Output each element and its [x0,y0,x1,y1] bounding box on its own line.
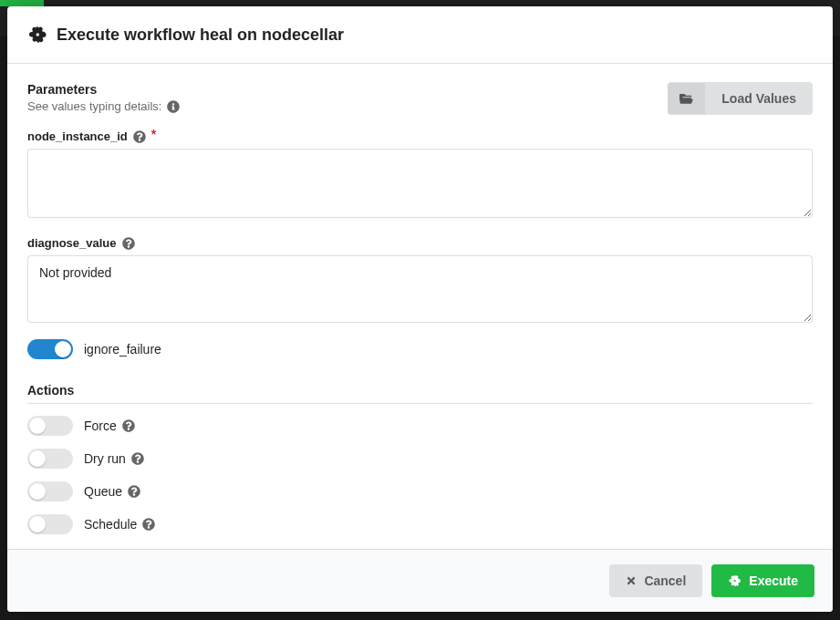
help-icon[interactable] [128,485,140,498]
modal-body: Parameters See values typing details: Lo… [7,64,833,549]
required-indicator: * [151,128,156,140]
node-instance-id-label: node_instance_id [27,129,128,143]
cancel-button[interactable]: Cancel [609,564,702,597]
dry-run-toggle[interactable] [27,449,73,469]
cogs-icon [728,574,741,587]
actions-heading: Actions [27,383,813,398]
help-icon[interactable] [122,419,135,432]
modal-footer: Cancel Execute [7,549,833,612]
cogs-icon [27,25,47,45]
queue-toggle[interactable] [27,481,73,501]
ignore-failure-toggle[interactable] [27,339,73,359]
execute-button[interactable]: Execute [711,564,814,597]
diagnose-value-input[interactable] [27,255,813,323]
force-label: Force [84,418,117,433]
folder-open-icon [668,83,705,114]
help-icon[interactable] [142,518,155,531]
force-toggle[interactable] [27,416,73,436]
ignore-failure-row: ignore_failure [27,339,813,359]
load-values-button[interactable]: Load Values [668,82,813,115]
divider [27,403,813,404]
help-icon[interactable] [133,130,146,143]
action-queue-row: Queue [27,475,813,508]
help-icon[interactable] [167,100,180,113]
modal-header: Execute workflow heal on nodecellar [7,6,833,64]
help-icon[interactable] [122,237,135,250]
node-instance-id-input[interactable] [27,149,813,218]
queue-label: Queue [84,484,122,499]
schedule-label: Schedule [84,517,137,532]
typing-details-text: See values typing details: [27,99,161,113]
load-values-label: Load Values [705,82,813,115]
dry-run-label: Dry run [84,451,126,466]
modal-title: Execute workflow heal on nodecellar [57,26,344,45]
action-dry-run-row: Dry run [27,442,813,475]
action-schedule-row: Schedule [27,508,813,541]
parameters-heading: Parameters [27,82,180,97]
schedule-toggle[interactable] [27,514,73,534]
diagnose-value-label: diagnose_value [27,236,117,250]
cancel-label: Cancel [644,574,686,588]
ignore-failure-label: ignore_failure [84,342,161,356]
typing-details-hint: See values typing details: [27,99,180,113]
remove-icon [626,575,637,586]
execute-label: Execute [749,574,798,588]
execute-workflow-modal: Execute workflow heal on nodecellar Para… [7,6,833,612]
field-node-instance-id: node_instance_id * [27,129,813,222]
action-force-row: Force [27,409,813,442]
field-diagnose-value: diagnose_value [27,236,813,326]
help-icon[interactable] [131,452,144,465]
